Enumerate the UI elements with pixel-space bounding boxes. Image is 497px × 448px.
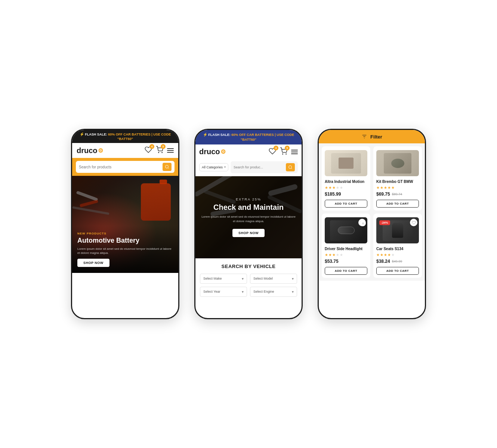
svg-point-11 xyxy=(362,223,364,224)
phones-container: ⚡ FLASH SALE: 60% OFF CAR BATTERIES | US… xyxy=(56,114,441,334)
add-to-cart-0[interactable]: ADD TO CART xyxy=(325,200,367,208)
check-title: Check and Maintain xyxy=(213,203,284,212)
price-row-3: $38.24 $49.99 xyxy=(376,259,419,264)
product-img-1 xyxy=(376,150,419,176)
phone2-header: druco⚙ 4 9 xyxy=(195,144,302,159)
svg-point-2 xyxy=(166,165,169,168)
hero-title-1: Automotive Battery xyxy=(77,237,173,245)
select-make[interactable]: Select Make ▾ xyxy=(200,274,247,284)
product-name-1: Kit Brembo GT BMW xyxy=(376,179,419,184)
filter-icon xyxy=(361,134,367,140)
product-card-3: -24% Car Seats S134 ★ ★ ★ xyxy=(373,214,422,278)
vehicle-row-1: Select Make ▾ Select Model ▾ xyxy=(200,274,297,284)
cart-icon-1[interactable]: 9 xyxy=(156,146,163,155)
tools-overlay: EXTRA 25% Check and Maintain Lorem ipsum… xyxy=(195,176,302,258)
vehicle-row-2: Select Year ▾ Select Engine ▾ xyxy=(200,287,297,297)
product-card-0: Altra Industrial Motion ★ ★ ★ ★ ★ $185.9… xyxy=(322,146,370,211)
search-input-2[interactable] xyxy=(234,165,284,169)
stars-3: ★ ★ ★ ★ ★ xyxy=(376,253,419,257)
wishlist-badge-1: 4 xyxy=(149,144,154,149)
wishlist-badge-2: 4 xyxy=(274,146,278,150)
wishlist-icon-1[interactable]: 4 xyxy=(145,146,152,155)
price-current-0: $185.99 xyxy=(325,192,341,197)
stars-1: ★ ★ ★ ★ ★ xyxy=(376,186,419,190)
svg-point-1 xyxy=(162,152,163,153)
discount-badge-3: -24% xyxy=(379,220,390,225)
svg-point-5 xyxy=(286,153,287,154)
add-to-cart-2[interactable]: ADD TO CART xyxy=(325,267,367,275)
products-grid: Altra Industrial Motion ★ ★ ★ ★ ★ $185.9… xyxy=(319,143,425,281)
product-name-3: Car Seats S134 xyxy=(376,246,419,251)
stars-0: ★ ★ ★ ★ ★ xyxy=(325,186,367,190)
shop-now-button-1[interactable]: SHOP NOW xyxy=(77,259,109,267)
price-original-1: $89.74 xyxy=(392,192,402,196)
phone-1: ⚡ FLASH SALE: 60% OFF CAR BATTERIES | US… xyxy=(71,129,179,319)
select-engine-chevron: ▾ xyxy=(292,290,294,294)
svg-point-4 xyxy=(283,153,283,154)
products-scroll: Altra Industrial Motion ★ ★ ★ ★ ★ $185.9… xyxy=(319,143,425,318)
select-model[interactable]: Select Model ▾ xyxy=(250,274,297,284)
logo-2: druco⚙ xyxy=(199,147,226,156)
svg-point-0 xyxy=(158,152,159,153)
price-current-1: $69.75 xyxy=(376,192,390,197)
nav-icons-2: 4 9 xyxy=(269,147,298,156)
add-to-cart-3[interactable]: ADD TO CART xyxy=(376,267,419,275)
search-input-1[interactable] xyxy=(79,165,160,169)
price-original-3: $49.99 xyxy=(392,259,402,263)
hamburger-1[interactable] xyxy=(167,148,174,153)
svg-point-6 xyxy=(289,165,292,168)
select-model-chevron: ▾ xyxy=(292,277,294,281)
hero-area-1: NEW PRODUCTS Automotive Battery Lorem ip… xyxy=(72,176,178,273)
search-bar-1 xyxy=(72,158,178,176)
price-current-3: $38.24 xyxy=(376,259,390,264)
select-engine[interactable]: Select Engine ▾ xyxy=(250,287,297,297)
nav-icons-1: 4 9 xyxy=(145,146,174,155)
select-year[interactable]: Select Year ▾ xyxy=(200,287,247,297)
hero-overlay-1: NEW PRODUCTS Automotive Battery Lorem ip… xyxy=(72,226,178,273)
gear-icon-2: ⚙ xyxy=(220,148,226,155)
hero-tools-area: EXTRA 25% Check and Maintain Lorem ipsum… xyxy=(195,176,302,258)
flash-banner-1: ⚡ FLASH SALE: 60% OFF CAR BATTERIES | US… xyxy=(72,130,178,143)
wishlist-icon-2[interactable]: 4 xyxy=(269,147,276,156)
logo-1: druco⚙ xyxy=(77,146,103,155)
vehicle-search-title: SEARCH BY VEHICLE xyxy=(200,264,297,269)
hamburger-2[interactable] xyxy=(291,150,298,154)
phone-3: Filter Altra Industrial Motion ★ xyxy=(318,129,426,319)
check-desc: Lorem ipsum dolor sit amet sed do eiusmo… xyxy=(201,215,296,224)
search-button-1[interactable] xyxy=(163,163,172,171)
product-name-0: Altra Industrial Motion xyxy=(325,179,367,184)
product-img-2 xyxy=(325,217,367,243)
price-row-0: $185.99 xyxy=(325,192,367,197)
product-img-0 xyxy=(325,150,367,176)
shop-now-button-2[interactable]: SHOP NOW xyxy=(232,229,265,237)
flash-banner-2: ⚡ FLASH SALE: 60% OFF CAR BATTERIES | US… xyxy=(195,130,302,144)
svg-line-3 xyxy=(168,168,169,169)
category-dropdown[interactable]: All Categories ▾ xyxy=(199,163,228,171)
phone-2: ⚡ FLASH SALE: 60% OFF CAR BATTERIES | US… xyxy=(194,129,303,319)
cart-badge-2: 9 xyxy=(285,146,290,150)
add-to-cart-1[interactable]: ADD TO CART xyxy=(376,200,419,208)
select-make-chevron: ▾ xyxy=(242,277,244,281)
select-year-chevron: ▾ xyxy=(242,290,244,294)
filter-bar: Filter xyxy=(319,130,425,143)
category-chevron: ▾ xyxy=(224,165,226,169)
hero-desc-1: Lorem ipsum dolor sit amet sed do eiusmo… xyxy=(77,247,173,255)
search-button-2[interactable] xyxy=(286,163,295,171)
product-card-2: Driver Side Headlight ★ ★ ★ ★ ★ $53.75 A… xyxy=(322,214,370,278)
gear-icon-1: ⚙ xyxy=(98,147,103,154)
product-img-3: -24% xyxy=(376,217,419,243)
filter-label: Filter xyxy=(370,134,382,140)
vehicle-search: SEARCH BY VEHICLE Select Make ▾ Select M… xyxy=(195,258,302,305)
phone1-header: druco⚙ 4 9 xyxy=(72,143,178,158)
wishlist-btn-2b[interactable] xyxy=(360,220,366,226)
wishlist-btn-3[interactable] xyxy=(410,219,417,226)
product-card-1: Kit Brembo GT BMW ★ ★ ★ ★ ★ $69.75 $89.7… xyxy=(373,146,422,211)
cart-badge-1: 9 xyxy=(161,144,166,149)
search-with-cats: All Categories ▾ xyxy=(195,159,302,176)
stars-2: ★ ★ ★ ★ ★ xyxy=(325,253,367,257)
hero-badge-1: NEW PRODUCTS xyxy=(77,232,173,235)
search-inner-2 xyxy=(231,161,298,173)
svg-line-7 xyxy=(291,168,292,169)
product-name-2: Driver Side Headlight xyxy=(325,246,367,251)
cart-icon-2[interactable]: 9 xyxy=(280,147,287,156)
